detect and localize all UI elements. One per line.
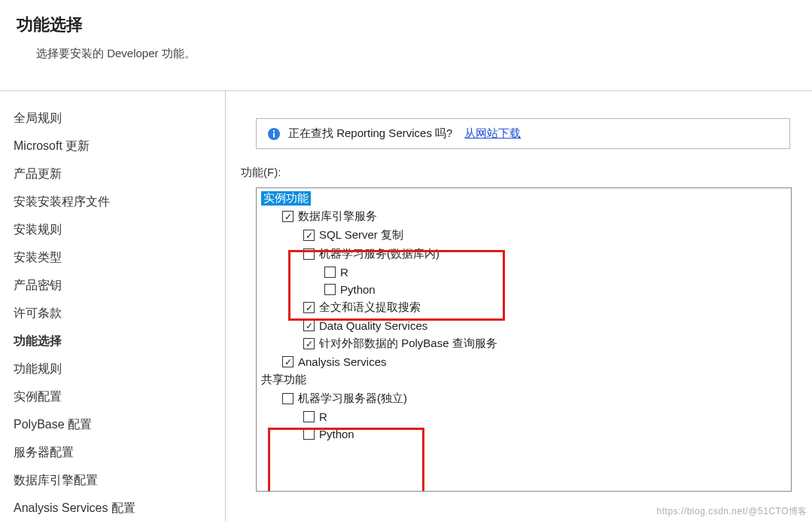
feature-label: 机器学习服务器(独立) <box>298 392 407 406</box>
main-panel: 正在查找 Reporting Services 吗? 从网站下载 功能(F): … <box>226 91 812 521</box>
feature-tree: 实例功能 数据库引擎服务 SQL Server 复制 机器学习服务(数据库内) … <box>256 187 792 492</box>
step-product-update[interactable]: 产品更新 <box>14 160 225 188</box>
feature-label: Python <box>319 428 354 440</box>
svg-rect-2 <box>273 130 275 132</box>
download-link[interactable]: 从网站下载 <box>464 126 521 141</box>
checkbox-dqs[interactable] <box>303 320 315 331</box>
checkbox-db-engine[interactable] <box>282 211 293 222</box>
checkbox-fulltext[interactable] <box>303 302 315 313</box>
step-polybase-config[interactable]: PolyBase 配置 <box>14 411 225 439</box>
feature-db-engine[interactable]: 数据库引擎服务 <box>282 207 786 226</box>
feature-label: 共享功能 <box>261 373 306 387</box>
step-install-setup-files[interactable]: 安装安装程序文件 <box>14 188 225 216</box>
feature-r-standalone[interactable]: R <box>303 408 786 425</box>
step-global-rules[interactable]: 全局规则 <box>14 105 225 133</box>
step-install-rules[interactable]: 安装规则 <box>14 216 225 244</box>
step-license-terms[interactable]: 许可条款 <box>14 300 225 328</box>
feature-dqs[interactable]: Data Quality Services <box>303 317 786 334</box>
checkbox-replication[interactable] <box>303 230 315 241</box>
feature-label: 机器学习服务(数据库内) <box>319 247 439 261</box>
feature-label: 数据库引擎服务 <box>298 209 377 224</box>
checkbox-analysis-services[interactable] <box>282 356 293 367</box>
tree-root-instance-features[interactable]: 实例功能 <box>261 191 311 206</box>
step-analysis-services-config[interactable]: Analysis Services 配置 <box>14 495 225 521</box>
wizard-steps-sidebar: 全局规则 Microsoft 更新 产品更新 安装安装程序文件 安装规则 安装类… <box>0 91 226 521</box>
step-instance-config[interactable]: 实例配置 <box>14 383 225 411</box>
feature-label: Python <box>340 283 376 296</box>
feature-label: 全文和语义提取搜索 <box>319 300 421 315</box>
feature-ml-in-db[interactable]: 机器学习服务(数据库内) <box>303 245 786 264</box>
feature-label: SQL Server 复制 <box>319 228 403 242</box>
checkbox-ml-standalone[interactable] <box>282 393 293 404</box>
step-feature-selection[interactable]: 功能选择 <box>14 328 225 355</box>
feature-fulltext[interactable]: 全文和语义提取搜索 <box>303 298 786 317</box>
feature-polybase[interactable]: 针对外部数据的 PolyBase 查询服务 <box>303 334 786 353</box>
step-feature-rules[interactable]: 功能规则 <box>14 355 225 383</box>
step-db-engine-config[interactable]: 数据库引擎配置 <box>14 467 225 495</box>
page-title: 功能选择 <box>17 14 812 36</box>
step-server-config[interactable]: 服务器配置 <box>14 439 225 467</box>
checkbox-python-standalone[interactable] <box>303 428 315 440</box>
checkbox-polybase[interactable] <box>303 338 315 349</box>
page-subtitle: 选择要安装的 Developer 功能。 <box>36 47 812 61</box>
feature-label: Data Quality Services <box>319 319 427 332</box>
checkbox-r-in-db[interactable] <box>324 267 336 278</box>
checkbox-ml-in-db[interactable] <box>303 248 315 260</box>
tree-root-shared-features[interactable]: 共享功能 <box>261 370 786 389</box>
step-product-key[interactable]: 产品密钥 <box>14 272 225 300</box>
step-microsoft-update[interactable]: Microsoft 更新 <box>14 133 225 160</box>
feature-ml-standalone[interactable]: 机器学习服务器(独立) <box>282 389 786 408</box>
feature-replication[interactable]: SQL Server 复制 <box>303 226 786 245</box>
feature-r-in-db[interactable]: R <box>324 264 786 281</box>
feature-python-in-db[interactable]: Python <box>324 281 786 298</box>
feature-label: 针对外部数据的 PolyBase 查询服务 <box>319 337 497 351</box>
info-icon <box>267 127 281 141</box>
feature-python-standalone[interactable]: Python <box>303 425 786 443</box>
feature-label: R <box>319 410 327 423</box>
checkbox-python-in-db[interactable] <box>324 284 336 295</box>
feature-label: R <box>340 266 348 279</box>
feature-label: Analysis Services <box>298 355 387 368</box>
info-text: 正在查找 Reporting Services 吗? <box>288 126 452 141</box>
step-install-type[interactable]: 安装类型 <box>14 244 225 272</box>
svg-rect-1 <box>273 133 275 137</box>
watermark: https://blog.csdn.net/@51CTO博客 <box>657 505 807 518</box>
feature-analysis-services[interactable]: Analysis Services <box>282 353 786 370</box>
info-bar: 正在查找 Reporting Services 吗? 从网站下载 <box>256 118 790 149</box>
wizard-header: 功能选择 选择要安装的 Developer 功能。 <box>0 0 812 91</box>
features-label: 功能(F): <box>241 166 812 180</box>
checkbox-r-standalone[interactable] <box>303 411 315 422</box>
